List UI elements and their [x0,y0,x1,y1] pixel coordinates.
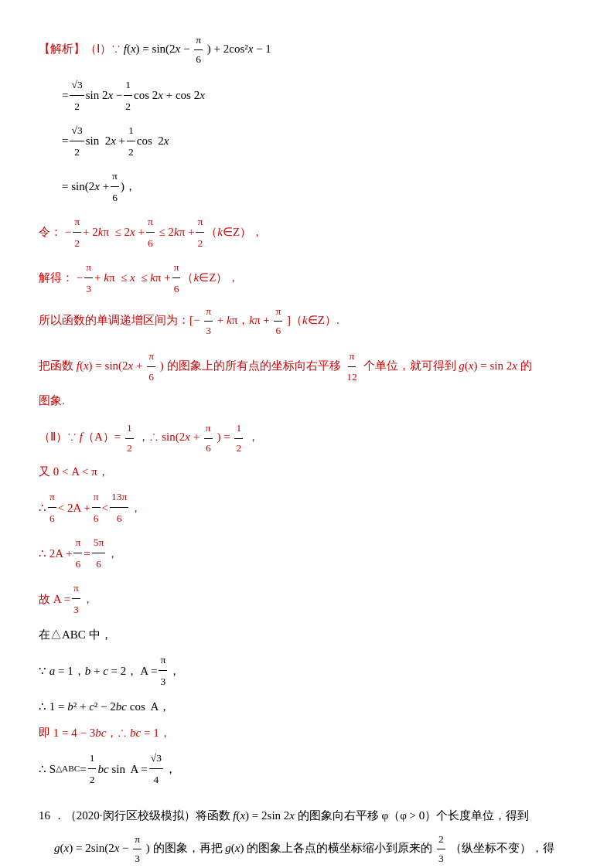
equals1: = [62,83,68,107]
solve-line: 解得： − π 3 + kπ ≤ x ≤ kπ + π 6 （k∈Z）， [39,257,575,299]
frac-pi-6-red3: π 6 [274,302,282,341]
monotone-text2: + kπ，kπ + [217,314,273,326]
monotone-block: 所以函数的单调递增区间为：[− π 3 + kπ，kπ + π 6 ]（k∈Z）… [39,302,575,341]
part2-sin: ，∴ sin(2x + [138,431,202,444]
frac-pi-6b: π 6 [111,165,119,208]
cos2x2: cos 2x [137,129,169,152]
solve-content: + kπ ≤ x ≤ kπ + [94,266,171,289]
therefore1-end: < [102,496,108,519]
frac-pi-3-red2: π 3 [204,302,213,341]
equals2: = [62,129,68,152]
therefore1-mid: < 2A + [58,496,90,519]
triangle-block: 在△ABC 中， [39,625,575,645]
therefore3-line: 故 A = π 3 ， [39,577,575,620]
set-content: + 2kπ ≤ 2x + [83,220,145,243]
plus-cos: ) + 2cos²x − 1 [207,43,271,55]
frac-pi-6: π 6 [194,31,203,70]
problem16-num: 16 ．（2020·闵行区校级模拟）将函数 f(x) = 2sin 2x 的图象… [39,809,529,822]
therefore1-comma: ， [130,496,142,519]
problem16b-block: g(x) = 2sin(2x − π 3 ) 的图象，再把 g(x) 的图象上各… [54,830,575,868]
part2-label: （Ⅱ）∵ f（A）= [39,431,124,444]
frac-5pi-6: 5π 6 [92,532,106,574]
solve-label: 解得： − [39,266,83,289]
therefore3-comma: ， [82,587,94,611]
therefore2-comma: ， [107,542,118,565]
monotone-text: 所以函数的单调递增区间为：[− [39,314,200,326]
problem16b-text1: g(x) = 2sin(2x − [54,842,131,854]
set-kz: （k∈Z）， [206,220,263,243]
sin2x2: sin 2x + [86,129,125,152]
frac-2-3-p16: 2 3 [437,830,445,868]
frac-pi-6-t1b: π 6 [92,486,101,529]
shift-text1: 把函数 f(x) = sin(2x + [39,359,145,372]
frac-1-2-p2: 1 2 [125,419,134,458]
page-content: 【解析】（Ⅰ）∵ f(x) = sin(2x − π 6 ) + 2cos²x … [39,31,575,868]
simplify-line: 即 1 = 4 − 3bc，∴ bc = 1， [39,721,575,744]
equals3: = sin(2x + [62,175,109,198]
frac-pi-6-t2: π 6 [73,532,82,574]
therefore-area: ∴ S [39,757,56,781]
simplify-text: 即 1 = 4 − 3bc，∴ bc = 1， [39,721,171,744]
line3: = sin(2x + π 6 )， [62,165,575,208]
line2: = √3 2 sin 2x + 1 2 cos 2x [62,120,575,162]
frac-sqrt3-2: √3 2 [70,74,84,117]
problem16b-text3: （纵坐标不变），得 [450,842,554,854]
therefore2-line: ∴ 2A + π 6 = 5π 6 ， [39,532,575,574]
line1: = √3 2 sin 2x − 1 2 cos 2x + cos 2x [62,74,575,117]
sin2x: sin 2x − [86,83,123,107]
bc-sin: bc sin A = [97,757,147,781]
frac-sqrt3-2b: √3 2 [70,120,84,162]
also-block: 又 0 < A < π， [39,461,575,482]
condition-comma: ， [169,659,180,682]
frac-1-2b: 1 2 [127,120,135,162]
triangle-text: 在△ABC 中， [39,628,112,641]
therefore1-line: ∴ π 6 < 2A + π 6 < 13π 6 ， [39,486,575,529]
frac-pi-6-red2: π 6 [172,257,181,299]
therefore2-eq: = [84,542,90,565]
shift-text3: 个单位，就可得到 g(x) = sin 2x 的 [363,359,532,372]
part2-header: （Ⅱ）∵ f（A）= 1 2 ，∴ sin(2x + π 6 ) = 1 2 ， [39,419,575,458]
shift-text4: 图象. [39,394,65,407]
frac-pi-6-s: π 6 [147,346,155,386]
closing-paren: )， [121,175,136,198]
frac-13pi-6: 13π 6 [110,486,128,529]
part2-eq: ) = [217,431,233,444]
shift-text2: ) 的图象上的所有点的坐标向右平移 [160,359,344,372]
set-label: 令： − [39,220,71,243]
frac-pi-12: π 12 [345,346,359,386]
sub-triangle: △ABC [56,760,80,778]
frac-pi-3-p16: π 3 [133,830,142,868]
area-end: ， [165,757,176,781]
frac-pi-6-red: π 6 [146,211,155,254]
frac-pi-3-red: π 3 [84,257,93,299]
therefore3-text: 故 A = [39,587,70,611]
monotone-text3: ]（k∈Z）. [287,314,339,326]
shift-block: 把函数 f(x) = sin(2x + π 6 ) 的图象上的所有点的坐标向右平… [39,346,575,386]
frac-sqrt3-4: √3 4 [149,747,163,790]
shift-block2: 图象. [39,390,575,411]
area-line: ∴ S △ABC = 1 2 bc sin A = √3 4 ， [39,747,575,790]
frac-1-2-area: 1 2 [88,747,97,790]
frac-pi-6-t1: π 6 [48,486,56,529]
f-definition: f(x) = sin(2x − [124,43,193,55]
problem16-block: 16 ．（2020·闵行区校级模拟）将函数 f(x) = 2sin 2x 的图象… [39,805,575,826]
problem16b-text2: ) 的图象，再把 g(x) 的图象上各点的横坐标缩小到原来的 [146,842,435,854]
solution-label: 【解析】（Ⅰ）∵ [39,43,124,55]
also-text: 又 0 < A < π， [39,465,109,478]
equals-area: = [80,757,86,781]
condition-line: ∵ a = 1，b + c = 2， A = π 3 ， [39,649,575,692]
solution-header: 【解析】（Ⅰ）∵ f(x) = sin(2x − π 6 ) + 2cos²x … [39,31,575,70]
frac-1-2a: 1 2 [124,74,132,117]
frac-pi-2-red2: π 2 [196,211,204,254]
therefore1-text: ∴ [39,496,46,519]
frac-pi-2-red: π 2 [73,211,81,254]
frac-pi-6-p2: π 6 [204,419,213,458]
cos2x-plus: cos 2x + cos 2x [134,83,205,107]
frac-pi-3-c: π 3 [159,649,167,692]
therefore-cos: ∴ 1 = b² + c² − 2bc cos A， [39,695,170,718]
because-symbol: ∵ a = 1，b + c = 2， A = [39,659,157,682]
frac-pi-3-t3: π 3 [72,577,80,620]
cosine-line: ∴ 1 = b² + c² − 2bc cos A， [39,695,575,718]
therefore2-text: ∴ 2A + [39,542,72,565]
set-line: 令： − π 2 + 2kπ ≤ 2x + π 6 ≤ 2kπ + π 2 （k… [39,211,575,254]
